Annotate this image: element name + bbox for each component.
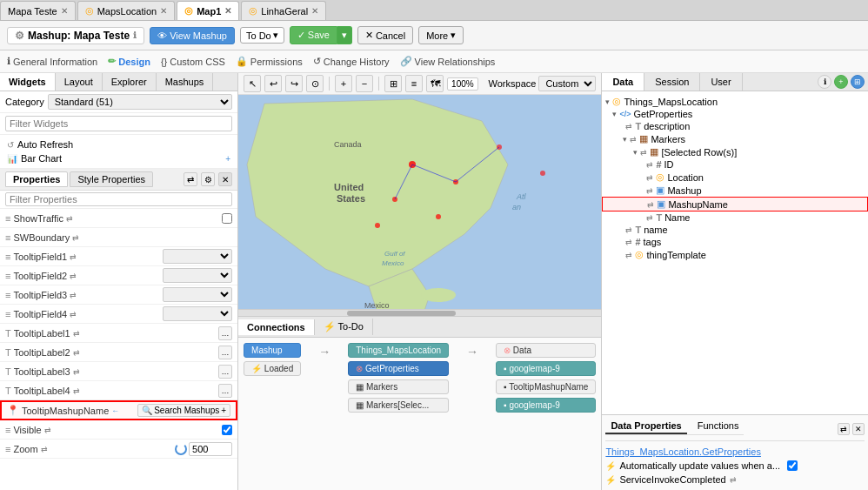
tree-item-thing-template[interactable]: ⇄ ◎ thingTemplate: [602, 248, 868, 261]
todo-button[interactable]: To Do ▾: [240, 27, 284, 44]
toolbar-view-relationships[interactable]: 🔗 View Relationships: [400, 56, 496, 67]
list-item[interactable]: ↺ Auto Refresh: [0, 138, 237, 151]
panel-tab-mashups-label: Mashups: [165, 77, 204, 87]
tooltip-label3-btn[interactable]: …: [218, 365, 232, 379]
tooltip-label2-btn[interactable]: …: [218, 346, 232, 359]
map-type-icon[interactable]: 🗺: [426, 75, 444, 92]
save-button[interactable]: ✓ Save: [290, 26, 337, 44]
more-button[interactable]: More ▾: [418, 26, 464, 44]
props-settings-icon[interactable]: ⚙: [201, 172, 215, 186]
props-tab-style[interactable]: Style Properties: [70, 171, 153, 187]
toolbar-permissions[interactable]: 🔒 Permissions: [236, 56, 303, 67]
workspace-dropdown[interactable]: Custom: [538, 76, 596, 91]
show-traffic-checkbox[interactable]: [222, 213, 232, 224]
conn-node-getprops[interactable]: ⊗ GetProperties: [348, 361, 449, 376]
reset-icon[interactable]: ⊙: [306, 75, 324, 92]
save-dropdown-button[interactable]: ▾: [337, 26, 352, 44]
conn-node-mashup[interactable]: Mashup: [244, 343, 301, 358]
tree-item-mashup[interactable]: ⇄ ▣ Mashup: [602, 184, 868, 197]
right-tab-session[interactable]: Session: [644, 73, 700, 91]
map-hscrollbar[interactable]: [238, 309, 601, 316]
dp-auto-update-checkbox[interactable]: [787, 460, 798, 471]
tree-label: Location: [667, 172, 865, 183]
undo-icon[interactable]: ↩: [264, 75, 282, 92]
zoom-input[interactable]: [189, 442, 232, 456]
tab-mapa-teste-close[interactable]: ✕: [61, 6, 68, 16]
visible-checkbox[interactable]: [222, 425, 232, 435]
view-mashup-button[interactable]: 👁 View Mashup: [150, 27, 235, 44]
tooltip-mashup-link-icon[interactable]: ←: [111, 406, 119, 415]
prop-name: T TooltipLabel1 ⇄: [5, 328, 218, 339]
tab-mapa-teste[interactable]: Mapa Teste ✕: [0, 1, 76, 20]
category-select[interactable]: Standard (51): [48, 94, 232, 110]
tree-item-things-maps-location[interactable]: ▾ ◎ Things_MapsLocation: [602, 95, 868, 108]
tree-item-mashup-name[interactable]: ⇄ ▣ MashupName: [602, 197, 868, 211]
conn-node-tooltip-mashup[interactable]: ▪ TooltipMashupName: [496, 379, 596, 394]
conn-node-markers[interactable]: ▦ Markers: [348, 379, 449, 394]
mashup-info-icon[interactable]: ℹ: [133, 30, 137, 40]
redo-icon[interactable]: ↪: [285, 75, 303, 92]
toolbar-custom-css[interactable]: {} Custom CSS: [161, 57, 225, 67]
add-widget-icon[interactable]: +: [225, 154, 230, 164]
tab-maps-location-close[interactable]: ✕: [160, 6, 167, 16]
props-filter-input[interactable]: [5, 192, 232, 206]
tooltip-field3-select[interactable]: [163, 287, 232, 302]
cursor-icon[interactable]: ↖: [244, 75, 261, 92]
cancel-button[interactable]: ✕ Cancel: [357, 26, 413, 44]
toolbar-design[interactable]: ✏ Design: [108, 56, 150, 67]
data-props-tab-functions[interactable]: Functions: [692, 419, 744, 434]
tree-item-tags[interactable]: ⇄ # tags: [602, 236, 868, 248]
conn-node-markers-sel[interactable]: ▦ Markers[Selec...: [348, 398, 449, 413]
right-panel-info-icon[interactable]: ℹ: [818, 75, 831, 89]
tree-item-location[interactable]: ⇄ ◎ Location: [602, 171, 868, 184]
tooltip-label4-btn[interactable]: …: [218, 384, 232, 398]
search-mashups-button[interactable]: 🔍 Search Mashups +: [137, 404, 230, 417]
tree-item-markers[interactable]: ▾ ⇄ ▦ Markers: [602, 132, 868, 145]
panel-tab-layout[interactable]: Layout: [56, 73, 103, 91]
tab-map1[interactable]: ◎ Map1 ✕: [177, 1, 239, 20]
tree-item-id[interactable]: ⇄ # ID: [602, 158, 868, 171]
conn-node-loaded[interactable]: ⚡ Loaded: [244, 361, 301, 376]
widgets-filter-input[interactable]: [5, 116, 232, 131]
panel-tab-widgets[interactable]: Widgets: [0, 73, 56, 91]
list-item[interactable]: 📊 Bar Chart +: [0, 151, 237, 165]
props-close-icon[interactable]: ✕: [218, 172, 232, 186]
conn-node-googlemap2[interactable]: ▪ googlemap-9: [496, 398, 596, 413]
conn-node-things[interactable]: Things_MapsLocation: [348, 343, 449, 358]
panel-tab-explorer[interactable]: Explorer: [103, 73, 157, 91]
conn-node-googlemap1[interactable]: ▪ googlemap-9: [496, 361, 596, 376]
conn-node-data[interactable]: ⊗ Data: [496, 343, 596, 358]
tab-maps-location[interactable]: ◎ MapsLocation ✕: [77, 1, 176, 20]
panel-tab-mashups[interactable]: Mashups: [157, 73, 214, 91]
dp-service-link[interactable]: Things_MapsLocation.GetProperties: [605, 446, 761, 457]
tooltip-label1-btn[interactable]: …: [218, 326, 232, 340]
tooltip-field1-select[interactable]: [163, 249, 232, 264]
tooltip-field4-select[interactable]: [163, 306, 232, 321]
dp-close-icon[interactable]: ✕: [852, 423, 865, 435]
fit-icon[interactable]: ⊞: [384, 75, 402, 92]
connections-tab[interactable]: Connections: [238, 319, 315, 335]
zoom-out-icon[interactable]: −: [356, 75, 373, 92]
right-tab-user[interactable]: User: [700, 73, 742, 91]
layers-icon[interactable]: ≡: [405, 75, 423, 92]
tab-linha-geral-close[interactable]: ✕: [311, 6, 318, 16]
todo-tab[interactable]: ⚡ To-Do: [315, 319, 373, 335]
toolbar-general-info[interactable]: ℹ General Information: [7, 56, 97, 67]
tree-item-name-lower[interactable]: ⇄ T name: [602, 224, 868, 236]
tree-item-selected-rows[interactable]: ▾ ⇄ ▦ [Selected Row(s)]: [602, 145, 868, 158]
tree-item-name[interactable]: ⇄ T Name: [602, 211, 868, 224]
tree-item-getproperties[interactable]: ▾ </> GetProperties: [602, 108, 868, 120]
zoom-in-icon[interactable]: +: [335, 75, 352, 92]
props-tab-properties[interactable]: Properties: [5, 171, 68, 187]
props-share-icon[interactable]: ⇄: [184, 172, 197, 186]
tab-map1-close[interactable]: ✕: [224, 6, 231, 16]
tab-linha-geral[interactable]: ◎ LinhaGeral ✕: [241, 1, 326, 20]
dp-share-icon[interactable]: ⇄: [838, 423, 850, 435]
right-tab-data[interactable]: Data: [602, 73, 644, 91]
right-panel-add-icon[interactable]: +: [834, 75, 848, 89]
toolbar-change-history[interactable]: ↺ Change History: [313, 56, 390, 67]
data-props-tab-properties[interactable]: Data Properties: [605, 419, 686, 434]
tree-item-description[interactable]: ⇄ T description: [602, 120, 868, 132]
tooltip-field2-select[interactable]: [163, 268, 232, 283]
right-panel-expand-icon[interactable]: ⊞: [851, 75, 865, 89]
